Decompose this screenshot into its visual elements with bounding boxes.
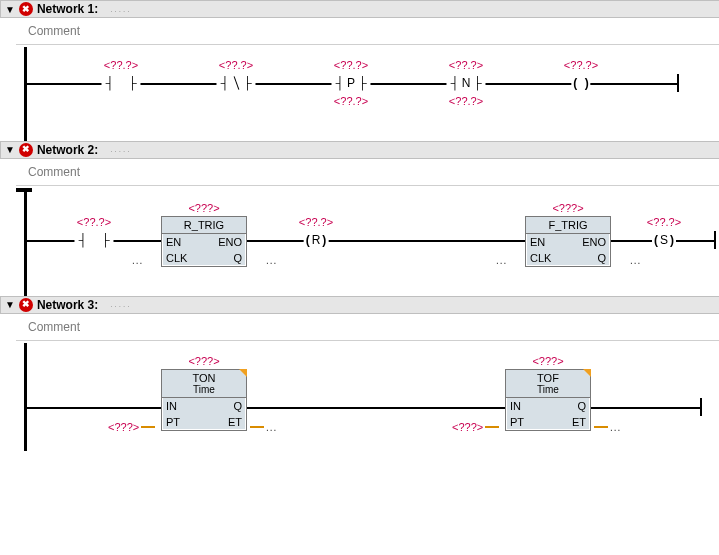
fb-port-eno[interactable]: ENO [204, 234, 246, 250]
error-icon [19, 143, 33, 157]
collapse-icon[interactable]: ▼ [5, 299, 15, 310]
power-rail [24, 47, 27, 141]
instance-placeholder[interactable]: <???> [552, 202, 583, 214]
tag-placeholder[interactable]: <??.?> [449, 58, 483, 72]
network-header[interactable]: ▼ Network 2: ..... [0, 141, 719, 159]
wire [246, 240, 526, 242]
ladder-rung: <??.?> ┤├ <??.?> ┤├ <??.?> ┤P├ <??.?> <?… [16, 47, 719, 141]
fb-port-eno[interactable]: ENO [568, 234, 610, 250]
fb-port-et[interactable]: ET [204, 414, 246, 430]
coil-reset[interactable]: (R) [304, 231, 329, 249]
fb-clk-param[interactable]: ... [496, 253, 507, 267]
fb-r-trig[interactable]: R_TRIG EN ENO CLK Q [161, 216, 247, 267]
end-rail [700, 398, 702, 416]
pt-param[interactable]: <???> [108, 420, 157, 434]
instance-placeholder[interactable]: <???> [188, 202, 219, 214]
contact-p[interactable]: ┤P├ [331, 74, 370, 92]
error-icon [19, 298, 33, 312]
contact-n[interactable]: ┤N├ [446, 74, 485, 92]
et-param[interactable]: ... [248, 420, 277, 434]
instance-placeholder[interactable]: <???> [532, 355, 563, 367]
fb-port-in[interactable]: IN [162, 398, 204, 414]
tag-placeholder[interactable]: <??.?> [299, 215, 333, 229]
coil-set[interactable]: (S) [652, 231, 676, 249]
fb-tof[interactable]: TOF Time IN Q PT ET [505, 369, 591, 431]
timer-marker-icon [239, 369, 247, 377]
end-rail [714, 231, 716, 249]
fb-port-in[interactable]: IN [506, 398, 548, 414]
fb-port-clk[interactable]: CLK [162, 250, 204, 266]
fb-q-param[interactable]: ... [630, 253, 641, 267]
network-comment[interactable]: Comment [16, 314, 719, 341]
power-rail [24, 188, 27, 296]
collapse-icon[interactable]: ▼ [5, 4, 15, 15]
contact-no[interactable]: ┤├ [74, 231, 113, 249]
tag-placeholder[interactable]: <??.?> [104, 58, 138, 72]
power-rail [24, 343, 27, 451]
wire [590, 407, 700, 409]
ladder-rung: <??.?> ┤├ <???> R_TRIG EN ENO CLK Q ... … [16, 188, 719, 296]
fb-port-en[interactable]: EN [526, 234, 568, 250]
instance-placeholder[interactable]: <???> [188, 355, 219, 367]
fb-port-q[interactable]: Q [204, 250, 246, 266]
error-icon [19, 2, 33, 16]
network-title: Network 1: [37, 2, 98, 16]
et-param[interactable]: ... [592, 420, 621, 434]
wire [27, 407, 162, 409]
network-title: Network 2: [37, 143, 98, 157]
tag-placeholder[interactable]: <??.?> [449, 94, 483, 108]
network-header[interactable]: ▼ Network 3: ..... [0, 296, 719, 314]
fb-ton[interactable]: TON Time IN Q PT ET [161, 369, 247, 431]
fb-port-q[interactable]: Q [204, 398, 246, 414]
tag-placeholder[interactable]: <??.?> [334, 94, 368, 108]
end-rail [677, 74, 679, 92]
coil[interactable]: ( ) [571, 74, 590, 92]
network-title: Network 3: [37, 298, 98, 312]
network-comment[interactable]: Comment [16, 159, 719, 186]
collapse-icon[interactable]: ▼ [5, 144, 15, 155]
fb-port-en[interactable]: EN [162, 234, 204, 250]
fb-port-q[interactable]: Q [548, 398, 590, 414]
tag-placeholder[interactable]: <??.?> [219, 58, 253, 72]
fb-port-q[interactable]: Q [568, 250, 610, 266]
network-header[interactable]: ▼ Network 1: ..... [0, 0, 719, 18]
contact-no[interactable]: ┤├ [101, 74, 140, 92]
timer-marker-icon [583, 369, 591, 377]
fb-clk-param[interactable]: ... [132, 253, 143, 267]
fb-f-trig[interactable]: F_TRIG EN ENO CLK Q [525, 216, 611, 267]
fb-port-et[interactable]: ET [548, 414, 590, 430]
tag-placeholder[interactable]: <??.?> [77, 215, 111, 229]
network-title-raw: ..... [102, 145, 131, 154]
ladder-rung: <???> TON Time IN Q PT ET <???> ... <???… [16, 343, 719, 451]
network-title-raw: ..... [102, 5, 131, 14]
wire [246, 407, 506, 409]
fb-port-pt[interactable]: PT [506, 414, 548, 430]
network-comment[interactable]: Comment [16, 18, 719, 45]
fb-port-pt[interactable]: PT [162, 414, 204, 430]
fb-q-param[interactable]: ... [266, 253, 277, 267]
pt-param[interactable]: <???> [452, 420, 501, 434]
contact-nc[interactable]: ┤├ [216, 74, 255, 92]
tag-placeholder[interactable]: <??.?> [334, 58, 368, 72]
fb-port-clk[interactable]: CLK [526, 250, 568, 266]
tag-placeholder[interactable]: <??.?> [564, 58, 598, 72]
network-title-raw: ..... [102, 300, 131, 309]
tag-placeholder[interactable]: <??.?> [647, 215, 681, 229]
